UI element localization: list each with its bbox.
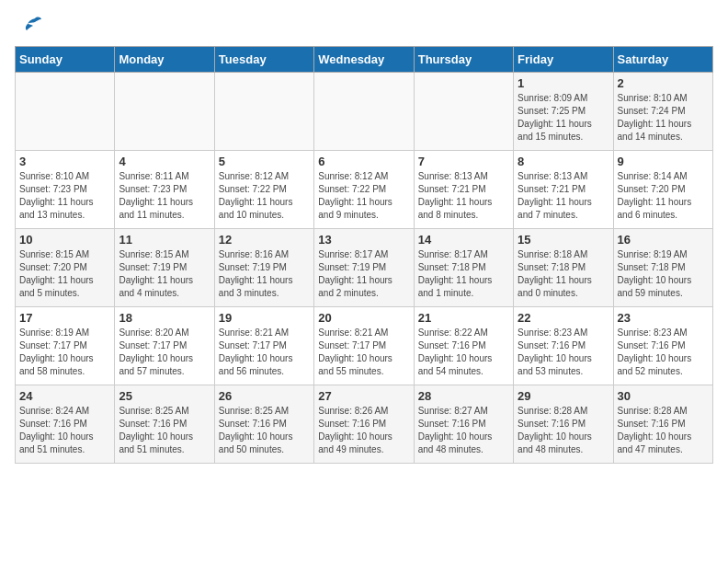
day-info: Sunrise: 8:19 AM Sunset: 7:18 PM Dayligh…: [618, 248, 709, 300]
calendar-table: SundayMondayTuesdayWednesdayThursdayFrid…: [15, 46, 713, 464]
day-number: 12: [219, 233, 310, 247]
day-info: Sunrise: 8:15 AM Sunset: 7:19 PM Dayligh…: [119, 248, 210, 300]
calendar-cell: 15Sunrise: 8:18 AM Sunset: 7:18 PM Dayli…: [514, 229, 613, 307]
calendar-cell: 16Sunrise: 8:19 AM Sunset: 7:18 PM Dayli…: [613, 229, 712, 307]
day-number: 14: [418, 233, 509, 247]
day-info: Sunrise: 8:28 AM Sunset: 7:16 PM Dayligh…: [518, 405, 609, 456]
calendar-cell: [314, 73, 414, 151]
calendar-cell: 22Sunrise: 8:23 AM Sunset: 7:16 PM Dayli…: [514, 307, 613, 385]
calendar-cell: [414, 73, 513, 151]
day-info: Sunrise: 8:19 AM Sunset: 7:17 PM Dayligh…: [19, 327, 110, 378]
day-info: Sunrise: 8:25 AM Sunset: 7:16 PM Dayligh…: [119, 405, 210, 456]
calendar-cell: 8Sunrise: 8:13 AM Sunset: 7:21 PM Daylig…: [514, 151, 613, 229]
calendar-cell: 17Sunrise: 8:19 AM Sunset: 7:17 PM Dayli…: [16, 307, 115, 385]
calendar-cell: 10Sunrise: 8:15 AM Sunset: 7:20 PM Dayli…: [16, 229, 115, 307]
header-wednesday: Wednesday: [314, 47, 414, 73]
calendar-cell: 11Sunrise: 8:15 AM Sunset: 7:19 PM Dayli…: [115, 229, 214, 307]
calendar-cell: 12Sunrise: 8:16 AM Sunset: 7:19 PM Dayli…: [214, 229, 313, 307]
day-number: 18: [119, 311, 210, 325]
day-number: 9: [618, 155, 709, 168]
calendar-cell: 29Sunrise: 8:28 AM Sunset: 7:16 PM Dayli…: [514, 385, 613, 464]
day-info: Sunrise: 8:20 AM Sunset: 7:17 PM Dayligh…: [119, 327, 210, 378]
day-info: Sunrise: 8:21 AM Sunset: 7:17 PM Dayligh…: [318, 327, 409, 378]
header-monday: Monday: [115, 47, 214, 73]
calendar-cell: [115, 73, 214, 151]
week-row-3: 17Sunrise: 8:19 AM Sunset: 7:17 PM Dayli…: [16, 307, 713, 385]
day-number: 30: [618, 389, 709, 403]
day-info: Sunrise: 8:12 AM Sunset: 7:22 PM Dayligh…: [318, 170, 409, 222]
calendar-cell: [16, 73, 115, 151]
day-number: 17: [19, 311, 110, 325]
day-number: 2: [618, 76, 709, 90]
day-info: Sunrise: 8:13 AM Sunset: 7:21 PM Dayligh…: [518, 170, 609, 222]
day-number: 21: [418, 311, 509, 325]
calendar-cell: 13Sunrise: 8:17 AM Sunset: 7:19 PM Dayli…: [314, 229, 414, 307]
day-info: Sunrise: 8:14 AM Sunset: 7:20 PM Dayligh…: [618, 170, 709, 222]
day-info: Sunrise: 8:18 AM Sunset: 7:18 PM Dayligh…: [518, 248, 609, 300]
day-number: 29: [518, 389, 609, 403]
day-number: 23: [618, 311, 709, 325]
day-number: 27: [318, 389, 409, 403]
day-info: Sunrise: 8:26 AM Sunset: 7:16 PM Dayligh…: [318, 405, 409, 456]
calendar-cell: 25Sunrise: 8:25 AM Sunset: 7:16 PM Dayli…: [115, 385, 214, 464]
day-number: 20: [318, 311, 409, 325]
day-info: Sunrise: 8:11 AM Sunset: 7:23 PM Dayligh…: [119, 170, 210, 222]
calendar-cell: 21Sunrise: 8:22 AM Sunset: 7:16 PM Dayli…: [414, 307, 513, 385]
calendar-cell: 23Sunrise: 8:23 AM Sunset: 7:16 PM Dayli…: [613, 307, 712, 385]
calendar-cell: 1Sunrise: 8:09 AM Sunset: 7:25 PM Daylig…: [514, 73, 613, 151]
day-info: Sunrise: 8:15 AM Sunset: 7:20 PM Dayligh…: [19, 248, 110, 300]
calendar-cell: 20Sunrise: 8:21 AM Sunset: 7:17 PM Dayli…: [314, 307, 414, 385]
logo: [15, 15, 42, 37]
week-row-0: 1Sunrise: 8:09 AM Sunset: 7:25 PM Daylig…: [16, 73, 713, 151]
day-number: 8: [518, 155, 609, 168]
day-info: Sunrise: 8:28 AM Sunset: 7:16 PM Dayligh…: [618, 405, 709, 456]
day-info: Sunrise: 8:10 AM Sunset: 7:24 PM Dayligh…: [618, 92, 709, 144]
day-number: 6: [318, 155, 409, 168]
calendar-cell: 18Sunrise: 8:20 AM Sunset: 7:17 PM Dayli…: [115, 307, 214, 385]
calendar-cell: 28Sunrise: 8:27 AM Sunset: 7:16 PM Dayli…: [414, 385, 513, 464]
day-info: Sunrise: 8:23 AM Sunset: 7:16 PM Dayligh…: [518, 327, 609, 378]
day-info: Sunrise: 8:13 AM Sunset: 7:21 PM Dayligh…: [418, 170, 509, 222]
day-number: 15: [518, 233, 609, 247]
day-number: 5: [219, 155, 310, 168]
day-info: Sunrise: 8:17 AM Sunset: 7:18 PM Dayligh…: [418, 248, 509, 300]
day-info: Sunrise: 8:21 AM Sunset: 7:17 PM Dayligh…: [219, 327, 310, 378]
day-number: 3: [19, 155, 110, 168]
day-info: Sunrise: 8:16 AM Sunset: 7:19 PM Dayligh…: [219, 248, 310, 300]
day-info: Sunrise: 8:17 AM Sunset: 7:19 PM Dayligh…: [318, 248, 409, 300]
header-saturday: Saturday: [613, 47, 712, 73]
day-info: Sunrise: 8:25 AM Sunset: 7:16 PM Dayligh…: [219, 405, 310, 456]
calendar-cell: 2Sunrise: 8:10 AM Sunset: 7:24 PM Daylig…: [613, 73, 712, 151]
day-number: 7: [418, 155, 509, 168]
logo-bird-icon: [17, 15, 42, 42]
day-info: Sunrise: 8:22 AM Sunset: 7:16 PM Dayligh…: [418, 327, 509, 378]
day-number: 10: [19, 233, 110, 247]
day-number: 22: [518, 311, 609, 325]
header: [15, 15, 713, 37]
day-number: 26: [219, 389, 310, 403]
header-friday: Friday: [514, 47, 613, 73]
calendar-cell: 26Sunrise: 8:25 AM Sunset: 7:16 PM Dayli…: [214, 385, 313, 464]
calendar-cell: 3Sunrise: 8:10 AM Sunset: 7:23 PM Daylig…: [16, 151, 115, 229]
day-info: Sunrise: 8:12 AM Sunset: 7:22 PM Dayligh…: [219, 170, 310, 222]
day-number: 4: [119, 155, 210, 168]
calendar-cell: 30Sunrise: 8:28 AM Sunset: 7:16 PM Dayli…: [613, 385, 712, 464]
header-sunday: Sunday: [16, 47, 115, 73]
calendar-cell: 27Sunrise: 8:26 AM Sunset: 7:16 PM Dayli…: [314, 385, 414, 464]
day-info: Sunrise: 8:24 AM Sunset: 7:16 PM Dayligh…: [19, 405, 110, 456]
calendar-cell: 9Sunrise: 8:14 AM Sunset: 7:20 PM Daylig…: [613, 151, 712, 229]
day-info: Sunrise: 8:09 AM Sunset: 7:25 PM Dayligh…: [518, 92, 609, 144]
header-tuesday: Tuesday: [214, 47, 313, 73]
day-number: 11: [119, 233, 210, 247]
day-number: 28: [418, 389, 509, 403]
calendar-cell: 6Sunrise: 8:12 AM Sunset: 7:22 PM Daylig…: [314, 151, 414, 229]
calendar-cell: 5Sunrise: 8:12 AM Sunset: 7:22 PM Daylig…: [214, 151, 313, 229]
day-number: 1: [518, 76, 609, 90]
day-number: 13: [318, 233, 409, 247]
day-info: Sunrise: 8:27 AM Sunset: 7:16 PM Dayligh…: [418, 405, 509, 456]
day-number: 25: [119, 389, 210, 403]
calendar-cell: 4Sunrise: 8:11 AM Sunset: 7:23 PM Daylig…: [115, 151, 214, 229]
day-number: 19: [219, 311, 310, 325]
week-row-4: 24Sunrise: 8:24 AM Sunset: 7:16 PM Dayli…: [16, 385, 713, 464]
header-thursday: Thursday: [414, 47, 513, 73]
